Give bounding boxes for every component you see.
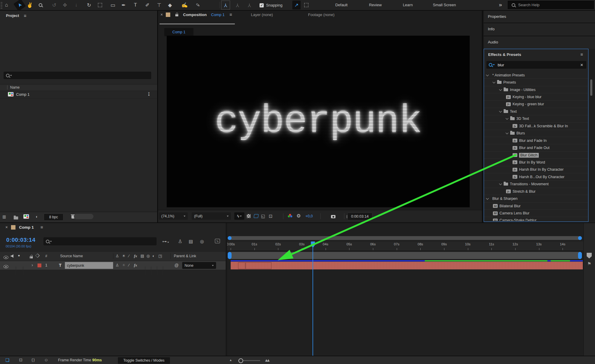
dolly-camera-tool[interactable]: ↓ [72, 1, 81, 10]
camera-tool[interactable] [96, 1, 104, 10]
mask-visibility-icon[interactable] [254, 214, 259, 218]
brush-tool[interactable]: ✐ [143, 1, 152, 10]
properties-panel-tab[interactable]: Properties [488, 14, 506, 19]
new-folder-icon[interactable] [14, 216, 18, 219]
layer-solo-cell[interactable] [16, 266, 23, 275]
project-footer-scrollbar[interactable] [74, 214, 93, 219]
clear-search-icon[interactable]: ✕ [580, 63, 583, 67]
layer-duration-bar[interactable] [231, 262, 583, 269]
effects-panel-menu-icon[interactable]: ≡ [580, 52, 583, 57]
composition-tab-item[interactable]: Comp 1 [211, 12, 225, 17]
snap-arrow-toggle[interactable]: ↗ [292, 1, 301, 10]
effects-tree-item[interactable]: Blur & Sharpen [484, 195, 588, 202]
workspace-tab-default[interactable]: Default [335, 0, 347, 10]
channel-settings-icon[interactable] [288, 214, 292, 218]
effects-tree-item[interactable]: fx3D Fall...k Scramble & Blur In [484, 123, 588, 130]
magnification-dropdown[interactable]: (74,1%) [159, 212, 188, 220]
orbit-camera-tool[interactable]: ↺ [50, 1, 59, 10]
panel-drag-square[interactable] [11, 225, 15, 230]
effects-tree-item[interactable]: fxHarsh Blur In By Character [484, 166, 588, 173]
zoom-in-mountain-icon[interactable]: ▲▲ [264, 358, 268, 363]
viewer-timecode[interactable]: 0:00:03:14 [347, 213, 372, 220]
column-quality-icon[interactable]: ∕ [129, 254, 129, 258]
chevron-down-icon[interactable] [486, 197, 489, 200]
current-timecode[interactable]: 0:00:03:14 [6, 237, 35, 243]
exposure-value[interactable]: +0,0 [305, 214, 313, 218]
column-fx-icon[interactable]: fx [134, 254, 137, 258]
home[interactable]: ⌂ [2, 1, 11, 10]
chevron-down-icon[interactable] [506, 131, 509, 134]
expressions-icon[interactable]: {} [32, 357, 35, 362]
pen-tool[interactable]: ✒ [119, 1, 128, 10]
video-column-icon[interactable] [4, 256, 8, 259]
interpret-footage-icon[interactable]: ▥ [2, 214, 6, 219]
region-of-interest-icon[interactable]: ◱ [261, 214, 265, 219]
toolbar-axis-view-mode[interactable]: Y [245, 1, 254, 10]
zoom-tool[interactable] [36, 1, 45, 10]
project-search-input[interactable] [4, 72, 151, 79]
comp-flag-icon[interactable]: ⚑ [587, 261, 591, 266]
exposure-reset-icon[interactable]: ❂ [297, 213, 301, 219]
proxy-icon[interactable]: ◐ [36, 214, 38, 219]
pickwhip-icon[interactable]: @ [174, 263, 179, 268]
effects-tree-item[interactable]: fxBlur and Fade Out [484, 144, 588, 151]
snap-box-toggle[interactable] [302, 1, 311, 10]
effects-tree-item[interactable]: 32Bilateral Blur [484, 203, 588, 210]
toolbar-axis-world-mode[interactable]: Y [233, 1, 242, 10]
scrollbar-right-cap[interactable] [578, 236, 582, 240]
circle-square-icon[interactable]: ⊡ [19, 357, 23, 362]
selection-tool[interactable]: ➤ [13, 0, 26, 11]
stamp-tool[interactable]: ⊥ [155, 1, 164, 10]
work-area-end-handle[interactable] [578, 252, 582, 259]
scrollbar-thumb[interactable] [590, 79, 592, 96]
layer-visibility-icon[interactable] [4, 265, 8, 268]
rectangle-tool[interactable]: ▭ [108, 1, 117, 10]
workspace-tab-small-screen[interactable]: Small Screen [433, 0, 456, 10]
puppet-pin-tool[interactable]: ✑ [192, 0, 204, 11]
motion-blur-icon[interactable]: ◎ [200, 239, 204, 244]
timeline-layer-shy-icon[interactable]: ♙ [115, 263, 119, 267]
effects-tree-item[interactable]: Text [484, 108, 588, 115]
work-area-bar[interactable] [228, 252, 582, 259]
timeline-tab[interactable]: Comp 1 [19, 225, 34, 230]
horizontal-scrollbar[interactable] [228, 236, 582, 240]
work-area-start-handle[interactable] [228, 252, 232, 259]
layer-name-field[interactable]: cyberpunk [65, 262, 113, 269]
effects-tree-item[interactable]: 32Camera-Shake Deblur [484, 217, 588, 221]
scrollbar-track[interactable] [589, 49, 595, 222]
effects-tree-item[interactable]: fxHarsh B...Out By Character [484, 173, 588, 181]
viewer-tab-comp1[interactable]: Comp 1 [164, 28, 193, 36]
snapping-checkbox[interactable]: ✓ [260, 3, 264, 7]
chevron-down-icon[interactable] [499, 182, 502, 185]
info-panel-tab[interactable]: Info [488, 27, 495, 31]
layer-tab[interactable]: Layer (none) [251, 12, 273, 17]
timeline-layer-quality-icon[interactable]: ∕ [129, 263, 129, 267]
effects-tree-item[interactable]: Transitions - Movement [484, 181, 588, 188]
effects-tree-item[interactable]: Blurs [484, 130, 588, 137]
chevron-down-icon[interactable] [506, 117, 509, 120]
timeline-search-input[interactable] [43, 237, 157, 245]
effects-search-input[interactable]: blur ✕ [486, 61, 586, 69]
composition-viewport[interactable]: cyberpunk [167, 36, 470, 207]
layer-label-swatch[interactable] [38, 263, 41, 267]
effects-tree-item[interactable]: Image - Utilities [484, 86, 588, 93]
chevron-down-icon[interactable] [499, 88, 502, 91]
layer-switch-cell[interactable] [139, 266, 145, 275]
graph-editor-icon[interactable]: ∿ [215, 239, 220, 243]
color-depth-button[interactable]: 8 bpc [44, 214, 63, 221]
hand-tool[interactable]: ✌ [25, 1, 34, 10]
effects-tree-item[interactable]: 32Camera Lens Blur [484, 210, 588, 217]
playhead-line[interactable] [313, 244, 313, 356]
chevron-down-icon[interactable] [493, 81, 496, 84]
workspace-tab-review[interactable]: Review [369, 0, 382, 10]
layer-audio-cell[interactable] [9, 266, 16, 275]
effects-tree-item[interactable]: fxKeying - blue blur [484, 93, 588, 101]
column-motion-blur-icon[interactable]: ◎ [146, 254, 150, 258]
transparency-grid-icon[interactable] [247, 214, 251, 218]
eraser-tool[interactable]: ◆ [165, 1, 174, 10]
effects-tree-item[interactable]: * Animation Presets [484, 72, 588, 79]
footage-tab[interactable]: Footage (none) [308, 12, 335, 17]
workspace-overflow-button[interactable]: » [499, 0, 502, 10]
workspace-tab-learn[interactable]: Learn [403, 0, 413, 10]
composition-mini-flowchart-icon[interactable]: ⊶ [162, 239, 169, 244]
